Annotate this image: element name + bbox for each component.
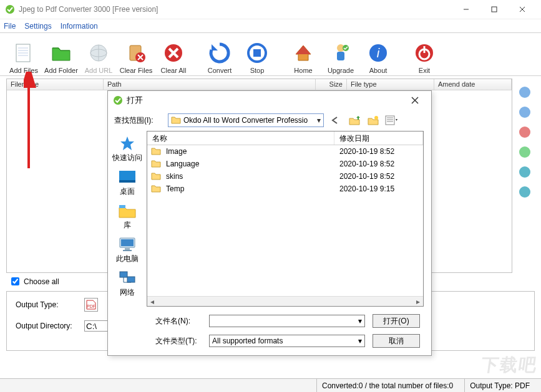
status-output-type: Output Type: PDF bbox=[464, 379, 535, 392]
add-files-button[interactable]: Add Files bbox=[5, 36, 42, 74]
folder-icon bbox=[151, 184, 162, 194]
side-bottom-icon[interactable] bbox=[519, 186, 530, 198]
side-top-icon[interactable] bbox=[519, 166, 530, 178]
col-name[interactable]: 名称 bbox=[147, 131, 334, 145]
add-url-icon bbox=[86, 41, 111, 65]
folder-icon bbox=[151, 171, 162, 181]
col-filename[interactable]: Filename bbox=[7, 79, 104, 90]
choose-all-checkbox[interactable] bbox=[11, 277, 19, 285]
output-dir-input[interactable] bbox=[84, 320, 109, 332]
file-date: 2020-10-19 8:52 bbox=[339, 172, 394, 181]
file-name-label: 文件名(N): bbox=[155, 316, 202, 327]
place-desktop[interactable]: 桌面 bbox=[108, 167, 147, 198]
look-in-label: 查找范围(I): bbox=[114, 115, 163, 126]
add-folder-button[interactable]: Add Folder bbox=[42, 36, 80, 74]
clear-files-button[interactable]: Clear Files bbox=[117, 36, 155, 74]
place-libraries[interactable]: 库 bbox=[108, 201, 147, 232]
file-area-header: 名称 修改日期 bbox=[147, 131, 423, 145]
clear-files-label: Clear Files bbox=[120, 67, 153, 74]
toolbar-separator bbox=[276, 36, 285, 74]
upgrade-icon bbox=[328, 41, 353, 65]
file-row[interactable]: Language 2020-10-19 8:52 bbox=[147, 158, 423, 170]
file-row[interactable]: skins 2020-10-19 8:52 bbox=[147, 170, 423, 183]
home-icon bbox=[291, 41, 316, 65]
side-refresh-icon[interactable] bbox=[519, 146, 530, 158]
minimize-button[interactable] bbox=[452, 0, 480, 19]
status-bar: Converted:0 / the total number of files:… bbox=[0, 378, 541, 392]
side-remove-icon[interactable] bbox=[519, 127, 530, 138]
view-menu-button[interactable] bbox=[385, 113, 399, 127]
file-type-combo[interactable]: All supported formats▾ bbox=[209, 335, 365, 347]
open-button[interactable]: 打开(O) bbox=[373, 314, 420, 328]
col-path[interactable]: Path bbox=[104, 79, 316, 90]
file-area: 名称 修改日期 Image 2020-10-19 8:52 Language 2… bbox=[147, 131, 424, 307]
file-date: 2020-10-19 8:52 bbox=[339, 160, 394, 168]
convert-label: Convert bbox=[208, 67, 232, 74]
file-name-combo[interactable]: ▾ bbox=[209, 315, 365, 327]
this-pc-icon bbox=[117, 236, 137, 253]
place-this-pc[interactable]: 此电脑 bbox=[108, 234, 147, 265]
menu-file[interactable]: File bbox=[4, 22, 16, 31]
file-row[interactable]: Image 2020-10-19 8:52 bbox=[147, 145, 423, 158]
file-date: 2020-10-19 9:15 bbox=[339, 184, 394, 193]
side-down-icon[interactable] bbox=[519, 107, 530, 118]
col-size[interactable]: Size bbox=[316, 79, 347, 90]
toolbar-separator bbox=[397, 36, 406, 74]
back-button[interactable] bbox=[329, 113, 343, 127]
place-quick-access[interactable]: 快速访问 bbox=[108, 133, 147, 165]
side-up-icon[interactable] bbox=[519, 87, 530, 98]
output-type-label: Output Type: bbox=[16, 300, 78, 309]
col-date[interactable]: 修改日期 bbox=[334, 131, 423, 145]
quick-access-icon bbox=[117, 135, 137, 152]
add-url-label: Add URL bbox=[85, 67, 113, 74]
toolbar-separator bbox=[192, 36, 201, 74]
svg-rect-2 bbox=[492, 7, 497, 12]
dialog-close-button[interactable] bbox=[404, 92, 426, 109]
titlebar: Jpeg to Pdf Converter 3000 [Free version… bbox=[0, 0, 541, 19]
status-converted: Converted:0 bbox=[322, 381, 363, 390]
libraries-icon bbox=[117, 202, 137, 219]
file-rows[interactable]: Image 2020-10-19 8:52 Language 2020-10-1… bbox=[147, 145, 423, 296]
dialog-toolbar: 查找范围(I): Okdo All to Word Converter Prof… bbox=[108, 110, 431, 131]
cancel-button[interactable]: 取消 bbox=[373, 334, 420, 348]
file-name: Language bbox=[166, 160, 339, 168]
look-in-combo[interactable]: Okdo All to Word Converter Professio ▾ bbox=[168, 113, 324, 127]
home-button[interactable]: Home bbox=[285, 36, 322, 74]
chevron-down-icon: ▾ bbox=[317, 116, 321, 125]
stop-button[interactable]: Stop bbox=[238, 36, 276, 74]
places-bar: 快速访问 桌面 库 此电脑 网络 bbox=[108, 131, 147, 310]
clear-all-label: Clear All bbox=[161, 67, 187, 74]
svg-rect-42 bbox=[119, 180, 135, 183]
col-filetype[interactable]: File type bbox=[347, 79, 434, 90]
svg-rect-45 bbox=[121, 239, 134, 246]
folder-icon bbox=[151, 146, 162, 156]
scroll-right-icon[interactable]: ▸ bbox=[413, 297, 423, 306]
about-button[interactable]: i About bbox=[359, 36, 397, 74]
pdf-icon[interactable]: PDF bbox=[84, 298, 98, 312]
menubar: File Settings Information bbox=[0, 19, 541, 32]
exit-button[interactable]: Exit bbox=[406, 36, 443, 74]
clear-all-button[interactable]: Clear All bbox=[155, 36, 192, 74]
horizontal-scrollbar[interactable]: ◂ ▸ bbox=[147, 296, 423, 306]
output-dir-label: Output Directory: bbox=[16, 322, 78, 330]
clear-files-icon bbox=[124, 41, 149, 65]
svg-point-0 bbox=[6, 5, 14, 14]
close-button[interactable] bbox=[508, 0, 536, 19]
file-row[interactable]: Temp 2020-10-19 9:15 bbox=[147, 183, 423, 195]
folder-icon bbox=[151, 159, 162, 169]
svg-text:PDF: PDF bbox=[87, 304, 95, 308]
menu-settings[interactable]: Settings bbox=[24, 22, 51, 31]
place-network[interactable]: 网络 bbox=[108, 268, 147, 299]
maximize-button[interactable] bbox=[480, 0, 508, 19]
file-type-value: All supported formats bbox=[212, 337, 283, 345]
dialog-app-icon bbox=[113, 95, 123, 105]
menu-information[interactable]: Information bbox=[61, 22, 98, 31]
svg-point-33 bbox=[114, 96, 122, 105]
col-amend[interactable]: Amend date bbox=[434, 79, 512, 90]
new-folder-button[interactable] bbox=[366, 113, 380, 127]
status-total: the total number of files:0 bbox=[369, 381, 453, 390]
convert-button[interactable]: Convert bbox=[201, 36, 238, 74]
scroll-left-icon[interactable]: ◂ bbox=[147, 297, 157, 306]
up-one-level-button[interactable] bbox=[348, 113, 361, 127]
upgrade-button[interactable]: Upgrade bbox=[322, 36, 359, 74]
